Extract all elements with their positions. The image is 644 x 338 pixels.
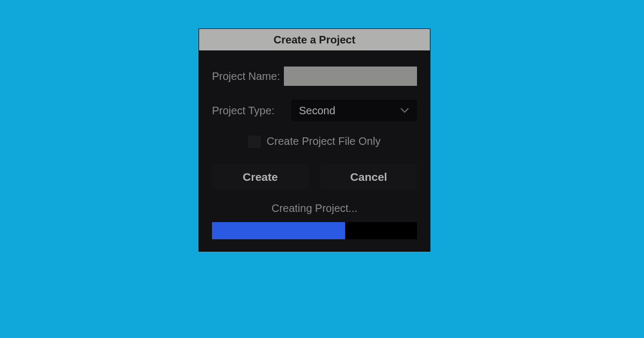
create-button[interactable]: Create	[212, 165, 309, 189]
project-type-select[interactable]: Second	[291, 100, 417, 121]
file-only-checkbox[interactable]	[248, 136, 260, 148]
chevron-down-icon	[400, 106, 409, 115]
file-only-label: Create Project File Only	[267, 135, 380, 148]
dialog-content: Project Name: Project Type: Second Creat…	[199, 50, 430, 251]
project-name-input[interactable]	[284, 67, 417, 86]
dialog-button-row: Create Cancel	[212, 165, 417, 189]
project-name-row: Project Name:	[212, 67, 417, 86]
project-name-label: Project Name:	[212, 70, 284, 83]
progress-fill	[212, 222, 345, 239]
dialog-titlebar: Create a Project	[199, 29, 430, 50]
project-type-row: Project Type: Second	[212, 100, 417, 121]
progress-bar	[212, 222, 417, 239]
cancel-button[interactable]: Cancel	[320, 165, 417, 189]
file-only-row: Create Project File Only	[212, 135, 417, 148]
project-type-selected: Second	[299, 105, 335, 117]
dialog-title: Create a Project	[274, 34, 355, 46]
project-type-label: Project Type:	[212, 105, 291, 117]
status-text: Creating Project...	[212, 202, 417, 215]
create-project-dialog: Create a Project Project Name: Project T…	[199, 28, 430, 252]
